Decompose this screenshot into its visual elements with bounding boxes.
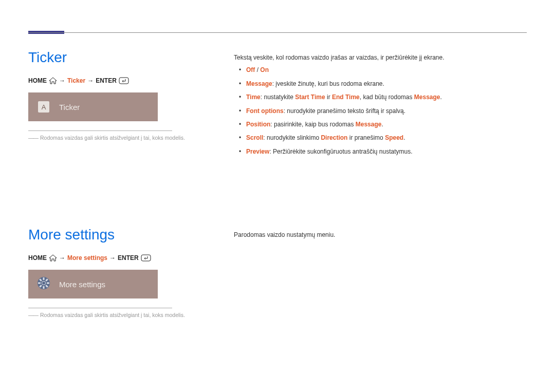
list-item: Font options: nurodykite pranešimo tekst… <box>234 106 527 116</box>
footnote-more-settings: ――Rodomas vaizdas gali skirtis atsižvelg… <box>28 311 203 319</box>
t: . <box>403 134 405 141</box>
breadcrumb-more-settings: HOME → More settings → ENTER <box>28 254 203 262</box>
sep: / <box>255 66 260 73</box>
tile-more-settings: More settings <box>28 270 158 298</box>
speed-label: Speed <box>385 134 403 141</box>
svg-rect-6 <box>38 283 41 284</box>
msg-label: Message <box>356 121 382 128</box>
intro-text-more-settings: Parodomas vaizdo nustatymų meniu. <box>234 230 527 240</box>
breadcrumb-enter-label: ENTER <box>118 254 139 262</box>
arrow-icon: → <box>87 77 94 84</box>
enter-icon <box>119 77 129 84</box>
t: ir pranešimo <box>347 134 385 141</box>
list-item: Off / On <box>234 65 527 75</box>
breadcrumb-enter-label: ENTER <box>96 77 117 84</box>
svg-point-12 <box>42 282 45 285</box>
font-options-label: Font options <box>246 107 284 115</box>
preview-label: Preview <box>246 148 269 155</box>
time-label: Time <box>246 94 261 101</box>
list-item: Position: pasirinkite, kaip bus rodomas … <box>234 119 527 129</box>
top-rule <box>28 31 527 34</box>
list-item: Scroll: nurodykite slinkimo Direction ir… <box>234 133 527 143</box>
breadcrumb-item: More settings <box>67 254 107 262</box>
scroll-label: Scroll <box>246 134 263 141</box>
arrow-icon: → <box>109 254 116 262</box>
breadcrumb-home-label: HOME <box>28 254 47 262</box>
enter-icon <box>141 254 151 262</box>
ticker-options-list: Off / On Message: įveskite žinutę, kuri … <box>234 65 527 157</box>
position-label: Position <box>246 121 270 128</box>
tile-ticker: A Ticker <box>28 92 158 121</box>
tile-icon-box: A <box>36 100 51 114</box>
t: . <box>381 121 383 128</box>
breadcrumb-item: Ticker <box>67 77 85 84</box>
arrow-icon: → <box>59 254 65 262</box>
breadcrumb-ticker: HOME → Ticker → ENTER <box>28 77 203 84</box>
font-text: : nurodykite pranešimo teksto šriftą ir … <box>284 107 405 115</box>
off-label: Off <box>246 66 255 73</box>
svg-rect-0 <box>119 78 128 84</box>
divider <box>28 130 172 131</box>
footnote-text: Rodomas vaizdas gali skirtis atsižvelgia… <box>40 135 185 141</box>
gear-icon <box>36 276 51 292</box>
tile-label: Ticker <box>59 103 80 111</box>
msg-label: Message <box>414 94 440 101</box>
tile-icon-box <box>36 277 51 291</box>
t: : pasirinkite, kaip bus rodomas <box>270 121 355 128</box>
breadcrumb-home-label: HOME <box>28 77 47 84</box>
direction-label: Direction <box>321 134 347 141</box>
t: : nustatykite <box>261 94 295 101</box>
footnote-text: Rodomas vaizdas gali skirtis atsižvelgia… <box>40 312 185 318</box>
svg-rect-1 <box>141 255 151 261</box>
footnote-ticker: ――Rodomas vaizdas gali skirtis atsižvelg… <box>28 134 203 142</box>
message-label: Message <box>246 80 272 87</box>
section-title-ticker: Ticker <box>28 49 203 66</box>
list-item: Preview: Peržiūrėkite sukonfigūruotus an… <box>234 146 527 157</box>
t: ir <box>325 94 332 101</box>
divider <box>28 308 172 308</box>
svg-rect-4 <box>43 277 45 280</box>
on-label: On <box>260 66 269 73</box>
tile-label: More settings <box>59 280 105 289</box>
t: . <box>440 94 442 101</box>
list-item: Time: nustatykite Start Time ir End Time… <box>234 92 527 102</box>
list-item: Message: įveskite žinutę, kuri bus rodom… <box>234 79 527 89</box>
message-text: : įveskite žinutę, kuri bus rodoma ekran… <box>272 80 384 87</box>
section-title-more-settings: More settings <box>28 227 203 243</box>
end-time-label: End Time <box>332 94 360 101</box>
home-icon <box>49 77 57 84</box>
svg-rect-5 <box>43 286 45 289</box>
arrow-icon: → <box>59 77 65 84</box>
t: : nurodykite slinkimo <box>263 134 321 141</box>
intro-text-ticker: Tekstą veskite, kol rodomas vaizdo įraša… <box>234 52 527 63</box>
home-icon <box>49 254 57 262</box>
letter-a-icon: A <box>38 101 49 113</box>
start-time-label: Start Time <box>295 94 325 101</box>
preview-text: : Peržiūrėkite sukonfigūruotus antraščių… <box>269 148 412 155</box>
t: , kad būtų rodomas <box>360 94 414 101</box>
svg-rect-7 <box>47 283 49 284</box>
